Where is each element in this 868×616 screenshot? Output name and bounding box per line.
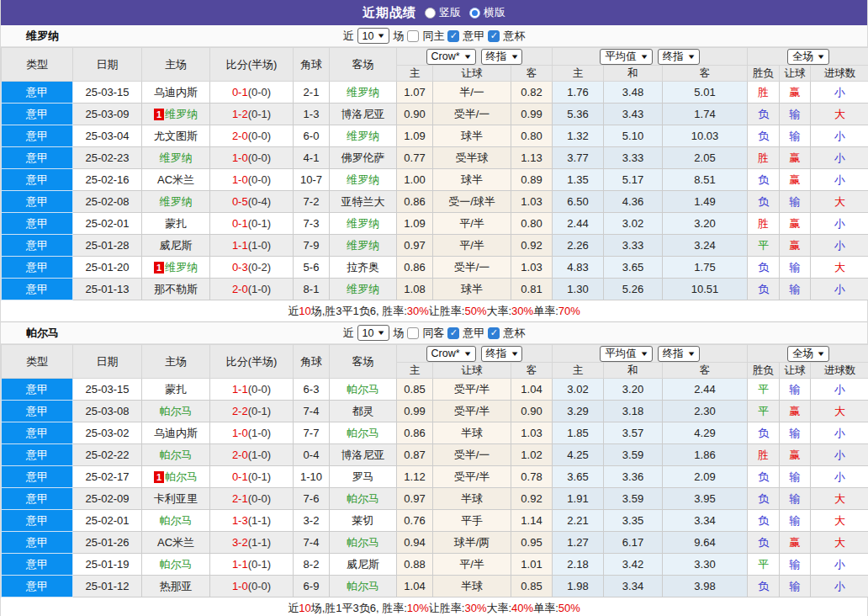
final-odds-select[interactable]: 终指▼ xyxy=(481,49,523,65)
table-row: 意甲 25-01-19 帕尔马 1-1(0-1) 8-2 威尼斯 0.88 平/… xyxy=(2,554,868,576)
results-table: 类型 日期 主场 比分(半场) 角球 客场 Crow*▼ 终指▼ 平均值▼ 终指… xyxy=(1,344,868,597)
date-cell: 25-02-01 xyxy=(73,213,142,235)
fullmatch-select[interactable]: 全场▼ xyxy=(787,346,829,362)
corner-cell: 1-10 xyxy=(294,466,330,488)
radio-vertical-icon[interactable] xyxy=(425,8,436,19)
bookmaker-select[interactable]: Crow*▼ xyxy=(426,49,476,65)
away-team-name: 维罗纳 xyxy=(347,173,379,186)
same-venue-checkbox[interactable]: ✓ xyxy=(407,30,419,42)
avg-home-cell: 1.27 xyxy=(553,532,604,554)
away-team-cell: 维罗纳 xyxy=(330,169,397,191)
summary-stat-value: 10 xyxy=(299,305,310,317)
date-cell: 25-03-08 xyxy=(73,401,142,422)
away-odds-cell: 1.02 xyxy=(511,444,553,466)
away-team-cell: 帕尔马 xyxy=(330,532,397,554)
col-goals: 进球数 xyxy=(811,363,868,379)
avg-draw-cell: 3.65 xyxy=(604,257,663,279)
corner-cell: 2-1 xyxy=(294,82,330,104)
radio-horizontal-icon[interactable] xyxy=(469,8,480,19)
home-odds-cell: 1.09 xyxy=(397,125,433,147)
result-cell: 胜 xyxy=(748,213,780,235)
away-team-cell: 维罗纳 xyxy=(330,82,397,104)
table-row: 意甲 25-02-17 1帕尔马 0-1(0-1) 1-10 罗马 1.12 受… xyxy=(2,466,868,488)
score-cell: 2-0(1-0) xyxy=(210,444,294,466)
fulltime-score: 1-1 xyxy=(232,239,248,252)
corner-cell: 7-9 xyxy=(294,235,330,257)
avg-home-cell: 5.36 xyxy=(553,104,604,125)
final-odds-select[interactable]: 终指▼ xyxy=(481,346,523,362)
handicap-line-cell: 受半/一 xyxy=(433,444,511,466)
bookmaker-select[interactable]: Crow*▼ xyxy=(426,346,476,362)
fulltime-score: 2-1 xyxy=(232,492,248,505)
away-team-name: 拉齐奥 xyxy=(347,261,379,273)
layout-option-vertical[interactable]: 竖版 xyxy=(425,5,461,20)
table-row: 意甲 25-03-02 乌迪内斯 1-0(1-0) 7-7 帕尔马 0.86 半… xyxy=(2,422,868,444)
handicap-line-cell: 受半/一 xyxy=(433,257,511,279)
layout-option-horizontal[interactable]: 横版 xyxy=(469,5,505,20)
halftime-score: (0-0) xyxy=(248,130,271,142)
avg-away-cell: 1.74 xyxy=(663,104,748,125)
result-cell: 负 xyxy=(748,466,780,488)
table-row: 意甲 25-02-09 卡利亚里 2-1(0-0) 7-6 帕尔马 0.97 半… xyxy=(2,488,868,510)
halftime-score: (1-0) xyxy=(248,427,271,439)
score-cell: 1-0(0-0) xyxy=(210,169,294,191)
league-cell: 意甲 xyxy=(2,279,73,300)
result-cell: 负 xyxy=(748,169,780,191)
team-name: 帕尔马 xyxy=(26,326,59,341)
away-team-name: 帕尔马 xyxy=(347,536,379,549)
league-cell: 意甲 xyxy=(2,235,73,257)
chevron-down-icon: ▼ xyxy=(639,53,648,61)
result-cell: 平 xyxy=(748,379,780,401)
score-cell: 2-1(0-0) xyxy=(210,488,294,510)
avg-home-cell: 4.83 xyxy=(553,257,604,279)
league-cell: 意甲 xyxy=(2,401,73,422)
corner-cell: 6-9 xyxy=(294,576,330,597)
goals-result-cell: 小 xyxy=(811,466,868,488)
chevron-down-icon: ▼ xyxy=(510,53,519,61)
goals-result-cell: 小 xyxy=(811,422,868,444)
corner-cell: 6-3 xyxy=(294,379,330,401)
col-handicap: 让球 xyxy=(433,363,511,379)
handicap-result-cell: 赢 xyxy=(780,401,811,422)
col-score: 比分(半场) xyxy=(210,48,294,82)
avg-away-cell: 2.30 xyxy=(663,401,748,422)
away-team-name: 维罗纳 xyxy=(347,86,379,98)
average-select[interactable]: 平均值▼ xyxy=(600,346,652,362)
table-row: 意甲 25-01-12 热那亚 1-0(0-0) 6-9 帕尔马 1.04 半球… xyxy=(2,576,868,597)
match-count-select[interactable]: 10▼ xyxy=(357,28,390,44)
handicap-result-cell: 输 xyxy=(780,125,811,147)
handicap-result-cell: 输 xyxy=(780,191,811,213)
cup-checkbox[interactable]: ✓ xyxy=(488,30,500,42)
avg-away-cell: 1.49 xyxy=(663,191,748,213)
cup-checkbox[interactable]: ✓ xyxy=(488,327,500,339)
away-odds-cell: 0.95 xyxy=(511,532,553,554)
average-select[interactable]: 平均值▼ xyxy=(600,49,652,65)
score-cell: 1-3(1-1) xyxy=(210,510,294,532)
match-count-select[interactable]: 10▼ xyxy=(357,325,390,341)
league-checkbox[interactable]: ✓ xyxy=(447,30,459,42)
home-team-name: 维罗纳 xyxy=(160,151,193,164)
league-checkbox[interactable]: ✓ xyxy=(447,327,459,339)
avg-away-cell: 2.05 xyxy=(663,147,748,169)
summary-text: 让胜率: xyxy=(429,601,465,616)
chevron-down-icon: ▼ xyxy=(463,53,472,61)
corner-cell: 7-3 xyxy=(294,213,330,235)
home-team-name: 蒙扎 xyxy=(165,217,187,230)
topbar: 近期战绩 竖版 横版 xyxy=(1,0,867,25)
corner-cell: 3-2 xyxy=(294,510,330,532)
league-cell: 意甲 xyxy=(2,104,73,125)
avg-draw-cell: 3.34 xyxy=(604,576,663,597)
handicap-result-cell: 输 xyxy=(780,554,811,576)
final-odds-select[interactable]: 终指▼ xyxy=(658,346,700,362)
halftime-score: (1-0) xyxy=(248,283,271,295)
score-cell: 1-1(0-1) xyxy=(210,554,294,576)
final-odds-select[interactable]: 终指▼ xyxy=(658,49,700,65)
home-team-cell: 帕尔马 xyxy=(142,401,210,422)
col-handicap: 让球 xyxy=(433,66,511,82)
fulltime-score: 2-2 xyxy=(232,405,248,417)
fullmatch-select[interactable]: 全场▼ xyxy=(787,49,829,65)
date-cell: 25-02-23 xyxy=(73,147,142,169)
away-odds-cell: 0.85 xyxy=(511,576,553,597)
col-avg-host: 主 xyxy=(553,66,604,82)
same-venue-checkbox[interactable]: ✓ xyxy=(407,327,419,339)
